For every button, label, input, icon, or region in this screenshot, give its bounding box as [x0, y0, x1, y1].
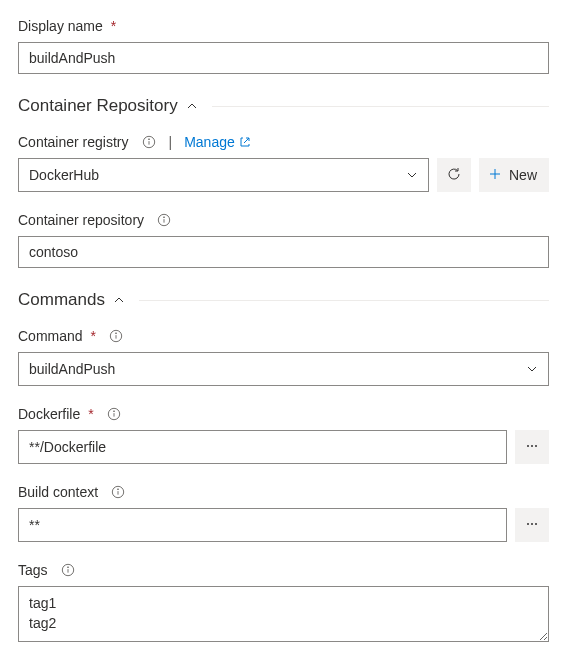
svg-point-22	[535, 523, 537, 525]
svg-point-13	[113, 411, 114, 412]
build-context-row	[18, 508, 549, 542]
refresh-button[interactable]	[437, 158, 471, 192]
svg-point-10	[116, 333, 117, 334]
dockerfile-label-row: Dockerfile *	[18, 406, 549, 422]
info-icon[interactable]	[141, 134, 157, 150]
commands-section-header[interactable]: Commands	[18, 290, 549, 310]
info-icon[interactable]	[110, 484, 126, 500]
svg-point-14	[527, 445, 529, 447]
display-name-label: Display name *	[18, 18, 549, 34]
section-divider	[139, 300, 549, 301]
build-context-label: Build context	[18, 484, 98, 500]
info-icon[interactable]	[108, 328, 124, 344]
container-registry-dropdown[interactable]: DockerHub	[18, 158, 429, 192]
svg-point-15	[531, 445, 533, 447]
svg-point-7	[164, 217, 165, 218]
dockerfile-field: Dockerfile *	[18, 406, 549, 464]
tags-label-row: Tags	[18, 562, 549, 578]
info-icon[interactable]	[156, 212, 172, 228]
tags-label: Tags	[18, 562, 48, 578]
command-field: Command * buildAndPush	[18, 328, 549, 386]
refresh-icon	[446, 166, 462, 185]
svg-point-21	[531, 523, 533, 525]
external-link-icon	[239, 136, 251, 148]
display-name-input[interactable]	[18, 42, 549, 74]
display-name-label-text: Display name	[18, 18, 103, 34]
tags-textarea[interactable]	[18, 586, 549, 642]
new-button-label: New	[509, 167, 537, 183]
display-name-field: Display name *	[18, 18, 549, 74]
command-label-row: Command *	[18, 328, 549, 344]
dockerfile-label: Dockerfile	[18, 406, 80, 422]
dockerfile-input[interactable]	[18, 430, 507, 464]
chevron-down-icon	[406, 169, 418, 181]
command-label: Command	[18, 328, 83, 344]
plus-icon	[487, 166, 503, 185]
chevron-up-icon	[186, 100, 198, 112]
build-context-input[interactable]	[18, 508, 507, 542]
info-icon[interactable]	[106, 406, 122, 422]
container-repository-section-title: Container Repository	[18, 96, 178, 116]
section-divider	[212, 106, 549, 107]
commands-section-title: Commands	[18, 290, 105, 310]
dockerfile-browse-button[interactable]	[515, 430, 549, 464]
info-icon[interactable]	[60, 562, 76, 578]
container-registry-label-row: Container registry | Manage	[18, 134, 549, 150]
manage-link[interactable]: Manage	[184, 134, 251, 150]
svg-point-19	[118, 489, 119, 490]
required-asterisk: *	[111, 18, 116, 34]
container-repository-field: Container repository	[18, 212, 549, 268]
svg-point-2	[148, 139, 149, 140]
container-repository-label: Container repository	[18, 212, 144, 228]
chevron-down-icon	[526, 363, 538, 375]
container-registry-value: DockerHub	[29, 167, 406, 183]
build-context-field: Build context	[18, 484, 549, 542]
required-asterisk: *	[91, 328, 96, 344]
command-dropdown[interactable]: buildAndPush	[18, 352, 549, 386]
svg-point-25	[67, 567, 68, 568]
pipe-separator: |	[169, 134, 173, 150]
dockerfile-row	[18, 430, 549, 464]
build-context-label-row: Build context	[18, 484, 549, 500]
container-registry-row: DockerHub New	[18, 158, 549, 192]
container-registry-field: Container registry | Manage DockerHub Ne…	[18, 134, 549, 192]
command-value: buildAndPush	[29, 361, 526, 377]
chevron-up-icon	[113, 294, 125, 306]
more-icon	[525, 517, 539, 534]
more-icon	[525, 439, 539, 456]
container-repository-input[interactable]	[18, 236, 549, 268]
tags-field: Tags	[18, 562, 549, 645]
svg-point-16	[535, 445, 537, 447]
build-context-browse-button[interactable]	[515, 508, 549, 542]
container-repository-label-row: Container repository	[18, 212, 549, 228]
svg-point-20	[527, 523, 529, 525]
container-registry-label: Container registry	[18, 134, 129, 150]
container-repository-section-header[interactable]: Container Repository	[18, 96, 549, 116]
new-button[interactable]: New	[479, 158, 549, 192]
manage-link-text: Manage	[184, 134, 235, 150]
required-asterisk: *	[88, 406, 93, 422]
